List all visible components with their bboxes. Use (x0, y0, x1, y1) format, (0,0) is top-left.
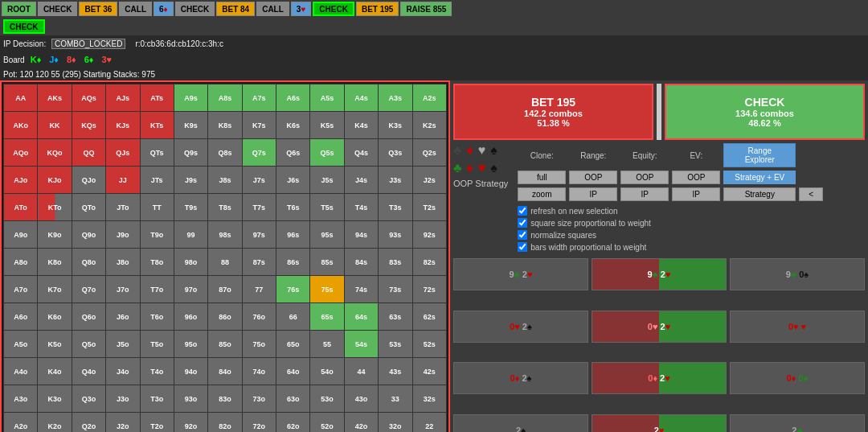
matrix-cell[interactable]: 83o (208, 385, 242, 413)
matrix-cell[interactable]: QJo (72, 167, 105, 194)
matrix-cell[interactable]: J8o (106, 249, 140, 276)
matrix-cell[interactable]: 95o (174, 331, 207, 358)
matrix-cell[interactable]: JTo (106, 194, 140, 221)
matrix-cell[interactable]: J5s (310, 167, 344, 194)
matrix-cell[interactable]: K7s (242, 112, 276, 139)
matrix-cell[interactable]: K2s (412, 112, 447, 139)
matrix-cell[interactable]: K4s (344, 112, 378, 139)
root-button[interactable]: ROOT (2, 2, 36, 16)
matrix-cell[interactable]: 76o (242, 303, 276, 331)
matrix-cell[interactable]: T5o (140, 331, 174, 358)
matrix-cell[interactable]: J2o (106, 413, 140, 433)
matrix-cell[interactable]: 96s (276, 221, 310, 249)
matrix-cell[interactable]: A7o (4, 276, 38, 303)
matrix-cell[interactable]: 75s (310, 276, 344, 303)
matrix-cell[interactable]: A2s (412, 84, 447, 112)
matrix-cell[interactable]: K6s (276, 112, 310, 139)
6d-button[interactable]: 6♦ (154, 2, 174, 16)
range-explorer-button[interactable]: Range Explorer (723, 143, 796, 167)
matrix-cell[interactable]: A3s (379, 84, 412, 112)
matrix-cell[interactable]: A5o (4, 331, 38, 358)
matrix-cell[interactable]: 74o (242, 358, 276, 385)
oop2-button[interactable]: OOP (620, 171, 669, 184)
club-black-icon[interactable]: ♣ (453, 143, 462, 158)
matrix-cell[interactable]: A4s (344, 84, 378, 112)
matrix-cell[interactable]: 55 (310, 331, 344, 358)
matrix-cell[interactable]: 65s (310, 303, 344, 331)
matrix-cell[interactable]: 54s (344, 331, 378, 358)
strategy-button[interactable]: Strategy (723, 187, 796, 201)
matrix-cell[interactable]: 72o (242, 413, 276, 433)
matrix-cell[interactable]: 32s (412, 385, 447, 413)
matrix-cell[interactable]: 98o (174, 249, 207, 276)
matrix-cell[interactable]: TT (140, 194, 174, 221)
call1-button[interactable]: CALL (119, 2, 152, 16)
card-cell-2[interactable]: 9♣ 2♥ (592, 258, 727, 290)
full-button[interactable]: full (518, 171, 566, 184)
matrix-cell[interactable]: J8s (208, 167, 242, 194)
matrix-cell[interactable]: KTs (140, 112, 174, 139)
card-cell-1[interactable]: 9♣ 2♥ (453, 258, 588, 290)
heart-red-icon[interactable]: ♥ (478, 161, 486, 175)
matrix-cell[interactable]: AJo (4, 167, 38, 194)
matrix-cell[interactable]: Q5s (310, 139, 344, 167)
matrix-cell[interactable]: J6o (106, 303, 140, 331)
matrix-cell[interactable]: 62s (412, 303, 447, 331)
matrix-cell[interactable]: JTs (140, 167, 174, 194)
refresh-checkbox[interactable] (518, 206, 527, 216)
3h-button[interactable]: 3♥ (291, 2, 312, 16)
matrix-cell[interactable]: 92o (174, 413, 207, 433)
matrix-cell[interactable]: 65o (276, 331, 310, 358)
card-cell-5[interactable]: 0♥ 2♥ (592, 311, 727, 343)
matrix-cell[interactable]: 84o (208, 358, 242, 385)
matrix-cell[interactable]: QJs (106, 139, 140, 167)
matrix-cell[interactable]: J5o (106, 331, 140, 358)
diamond-red-icon[interactable]: ♦ (467, 143, 473, 158)
matrix-cell[interactable]: 22 (412, 413, 447, 433)
matrix-cell[interactable]: 92s (412, 221, 447, 249)
matrix-cell[interactable]: J3s (379, 167, 412, 194)
matrix-cell[interactable]: KK (38, 112, 72, 139)
matrix-cell[interactable]: 84s (344, 249, 378, 276)
spade-black-icon[interactable]: ♠ (490, 143, 497, 158)
matrix-cell[interactable]: 43s (379, 358, 412, 385)
oop3-button[interactable]: OOP (672, 171, 720, 184)
matrix-cell[interactable]: K3o (38, 385, 72, 413)
bet195-action-box[interactable]: BET 195 142.2 combos 51.38 % (453, 84, 653, 140)
matrix-cell[interactable]: Q9s (174, 139, 207, 167)
matrix-cell[interactable]: 64o (276, 358, 310, 385)
matrix-cell[interactable]: 97s (242, 221, 276, 249)
matrix-cell[interactable]: A2o (4, 413, 38, 433)
oop1-button[interactable]: OOP (569, 171, 617, 184)
matrix-cell[interactable]: K3s (379, 112, 412, 139)
matrix-cell[interactable]: A6s (276, 84, 310, 112)
matrix-cell[interactable]: 87o (208, 276, 242, 303)
matrix-cell[interactable]: 63s (379, 303, 412, 331)
matrix-cell[interactable]: T9s (174, 194, 207, 221)
heart-empty-icon[interactable]: ♥ (478, 143, 486, 158)
card-cell-6[interactable]: 0♥ ♥ (730, 311, 865, 343)
matrix-cell[interactable]: T3s (379, 194, 412, 221)
card-cell-11[interactable]: 2♥ (592, 414, 727, 433)
matrix-cell[interactable]: K5s (310, 112, 344, 139)
diamond-red2-icon[interactable]: ♦ (467, 161, 473, 175)
matrix-cell[interactable]: 64s (344, 303, 378, 331)
matrix-cell[interactable]: Q3s (379, 139, 412, 167)
card-cell-4[interactable]: 0♥ 2♠ (453, 311, 588, 343)
check2-button[interactable]: CHECK (175, 2, 215, 16)
matrix-cell[interactable]: 72s (412, 276, 447, 303)
matrix-cell[interactable]: 54o (310, 358, 344, 385)
matrix-cell[interactable]: 82s (412, 249, 447, 276)
matrix-cell[interactable]: Q9o (72, 221, 105, 249)
matrix-cell[interactable]: 73o (242, 385, 276, 413)
matrix-cell[interactable]: J9o (106, 221, 140, 249)
matrix-cell[interactable]: AKs (38, 84, 72, 112)
matrix-cell[interactable]: T9o (140, 221, 174, 249)
matrix-cell[interactable]: 94o (174, 358, 207, 385)
check-action-button[interactable]: CHECK (3, 19, 45, 34)
matrix-cell[interactable]: A9o (4, 221, 38, 249)
matrix-cell[interactable]: T3o (140, 385, 174, 413)
matrix-cell[interactable]: Q7s (242, 139, 276, 167)
matrix-cell[interactable]: AJs (106, 84, 140, 112)
matrix-cell[interactable]: J9s (174, 167, 207, 194)
